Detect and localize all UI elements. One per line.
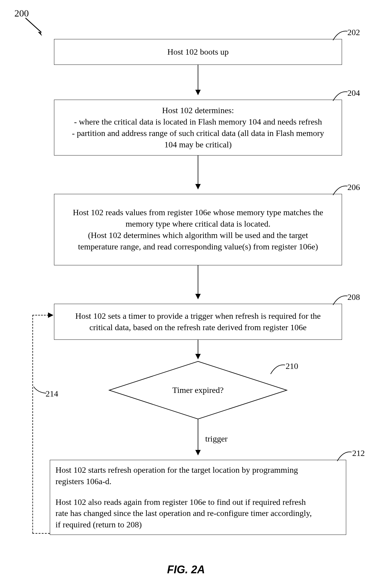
arrow-208-to-210 xyxy=(198,340,198,359)
step-202-box: Host 102 boots up xyxy=(54,39,342,65)
step-206-line4: temperature range, and read correspondin… xyxy=(78,241,318,252)
step-206-box: Host 102 reads values from register 106e… xyxy=(54,194,342,265)
dash-return-v xyxy=(32,315,33,533)
step-210-text: Timer expired? xyxy=(172,385,224,395)
step-204-number: 204 xyxy=(347,88,360,98)
step-212-line1: Host 102 starts refresh operation for th… xyxy=(56,464,340,476)
step-206-line3: (Host 102 determines which algorithm wil… xyxy=(88,230,308,241)
step-208-number: 208 xyxy=(347,292,360,302)
leadin-arrow-icon xyxy=(24,17,51,40)
step-212-line2: registers 106a-d. xyxy=(56,476,340,487)
step-204-line1: Host 102 determines: xyxy=(162,105,234,116)
step-210-diamond: Timer expired? xyxy=(108,360,288,420)
step-202-text: Host 102 boots up xyxy=(167,46,229,58)
step-206-number: 206 xyxy=(347,182,360,192)
step-210-number: 210 xyxy=(286,361,298,371)
step-206-line1: Host 102 reads values from register 106e… xyxy=(73,207,323,218)
step-204-line3: - partition and address range of such cr… xyxy=(72,128,324,139)
step-202-number: 202 xyxy=(347,28,360,37)
figure-title: FIG. 2A xyxy=(167,563,205,576)
step-204-line4: 104 may be critical) xyxy=(164,139,232,150)
step-206-line2: memory type where critical data is locat… xyxy=(126,218,271,230)
arrow-204-to-206 xyxy=(198,155,198,189)
step-212-line3: Host 102 also reads again from register … xyxy=(56,496,340,508)
arrow-202-to-204 xyxy=(198,65,198,95)
arrow-210-to-212 xyxy=(198,419,198,455)
step-212-number: 212 xyxy=(352,448,365,458)
callout-curve-icon xyxy=(270,363,288,375)
step-208-line1: Host 102 sets a timer to provide a trigg… xyxy=(75,310,321,322)
dash-return-h-top xyxy=(32,315,49,315)
step-212-box: Host 102 starts refresh operation for th… xyxy=(50,460,346,535)
step-204-line2: - where the critical data is located in … xyxy=(74,116,322,128)
dash-return-h-bottom xyxy=(32,533,50,534)
step-212-line4: rate has changed since the last operatio… xyxy=(56,508,340,519)
dash-return-arrowhead-icon xyxy=(48,312,53,318)
step-212-line5: if required (return to 208) xyxy=(56,519,340,530)
step-208-box: Host 102 sets a timer to provide a trigg… xyxy=(54,304,342,340)
edge-trigger-label: trigger xyxy=(205,434,228,444)
arrow-206-to-208 xyxy=(198,265,198,299)
step-208-line2: critical data, based on the refresh rate… xyxy=(89,322,307,333)
callout-curve-icon xyxy=(337,450,355,462)
step-204-box: Host 102 determines: - where the critica… xyxy=(54,100,342,155)
spacer xyxy=(56,487,340,496)
step-214-number: 214 xyxy=(46,389,58,399)
